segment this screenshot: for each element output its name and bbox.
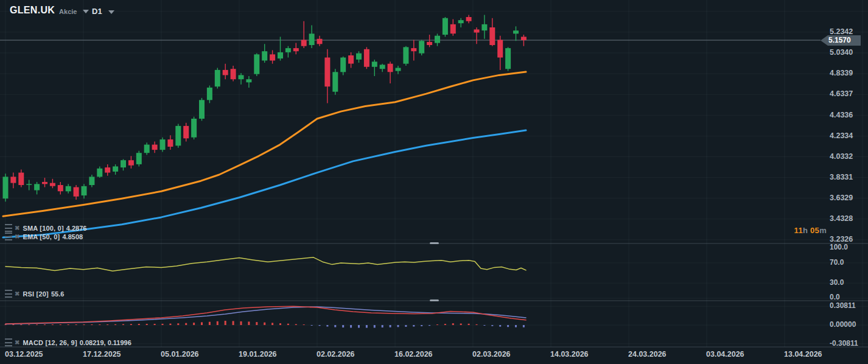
candle-body [262, 51, 267, 60]
chevron-down-icon [83, 10, 89, 13]
macd-histogram-bar [130, 324, 132, 325]
indicator-remove-icon[interactable]: ✖ [15, 340, 19, 346]
indicator-settings-icon[interactable] [5, 338, 12, 346]
price-axis-label: 3.2326 [830, 235, 853, 243]
candle-body [435, 36, 440, 43]
macd-value: 0.08219, 0.11996 [80, 339, 131, 346]
legend-sma: ✖ SMA [100, 0] 4.2876 [5, 224, 86, 232]
candle-body [396, 68, 401, 71]
macd-histogram-bar [233, 321, 234, 325]
rsi-axis-label: 100.0 [830, 243, 848, 251]
macd-histogram-bar [279, 323, 281, 325]
macd-histogram-bar [421, 325, 422, 326]
candle-body [505, 48, 511, 69]
candle-body [403, 47, 408, 63]
macd-histogram-bar [319, 325, 321, 326]
macd-histogram-bar [107, 324, 108, 325]
macd-histogram-bar [390, 325, 391, 327]
candle-body [66, 186, 71, 192]
candle-body [285, 48, 291, 52]
candle-body [356, 54, 362, 60]
macd-histogram-bar [342, 325, 344, 327]
indicator-settings-icon[interactable] [5, 233, 12, 240]
panel-resize-handle[interactable] [430, 242, 439, 244]
rsi-axis-label: 70.0 [830, 258, 844, 267]
macd-histogram-bar [169, 324, 171, 325]
macd-histogram-bar [225, 321, 226, 325]
candle-body [324, 58, 330, 87]
price-axis-label: 4.2334 [830, 131, 853, 140]
macd-histogram-bar [99, 324, 100, 325]
candle-body [58, 185, 63, 191]
macd-histogram-bar [303, 324, 305, 325]
candle-body [82, 186, 87, 195]
macd-histogram-bar [36, 324, 38, 325]
time-axis-label: 03.12.2025 [5, 350, 43, 359]
rsi-label: RSI [20] [23, 290, 49, 298]
indicator-remove-icon[interactable]: ✖ [15, 291, 19, 297]
candle-body [175, 126, 181, 145]
macd-histogram-bar [499, 325, 501, 327]
symbol-selector[interactable]: GLEN.UK Akcie [10, 5, 89, 16]
macd-histogram-bar [138, 324, 140, 325]
macd-histogram-bar [240, 321, 242, 325]
indicator-remove-icon[interactable]: ✖ [15, 234, 19, 240]
candle-body [489, 27, 495, 45]
macd-histogram-bar [83, 324, 85, 325]
candle-body [513, 30, 519, 33]
candle-body [466, 17, 472, 21]
time-axis-label: 05.01.2026 [161, 350, 199, 359]
macd-label: MACD [12, 26, 9] [23, 339, 77, 346]
panel-resize-handle[interactable] [430, 299, 439, 301]
time-axis-label: 24.03.2026 [628, 350, 667, 359]
indicator-remove-icon[interactable]: ✖ [15, 225, 19, 231]
macd-histogram-bar [44, 324, 46, 325]
countdown-minutes: 05 [810, 226, 819, 235]
timeframe-label: D1 [92, 7, 102, 16]
macd-histogram-bar [523, 325, 525, 327]
timeframe-selector[interactable]: D1 [92, 7, 114, 16]
candle-body [239, 75, 244, 79]
time-axis-label: 19.01.2026 [239, 350, 277, 359]
candle-body [301, 40, 307, 46]
candle-body [18, 173, 24, 185]
candle-body [136, 153, 142, 164]
candle-body [144, 145, 150, 153]
candle-body [113, 166, 118, 172]
macd-histogram-bar [334, 325, 336, 327]
sma-value: 4.2876 [66, 225, 87, 232]
macd-histogram-bar [483, 325, 485, 326]
macd-histogram-bar [12, 324, 14, 325]
candle-body [105, 167, 110, 173]
macd-histogram-bar [20, 324, 22, 325]
macd-histogram-bar [217, 321, 219, 325]
candle-body [309, 33, 315, 45]
instrument-type-label: Akcie [59, 8, 77, 15]
price-axis-label: 5.0340 [830, 48, 853, 57]
indicator-settings-icon[interactable] [5, 224, 12, 232]
candle-body [270, 54, 275, 60]
macd-histogram-bar [358, 325, 360, 328]
macd-histogram-bar [201, 322, 203, 325]
candle-body [207, 88, 212, 100]
macd-histogram-bar [177, 323, 179, 325]
candle-body [380, 65, 385, 69]
ema-value: 4.8508 [62, 233, 83, 240]
price-chart-canvas[interactable]: 5.23425.03404.83394.63374.43364.23344.03… [0, 0, 868, 364]
macd-histogram-bar [28, 324, 30, 325]
macd-histogram-bar [185, 323, 187, 325]
macd-histogram-bar [256, 322, 257, 325]
candle-body [74, 187, 79, 197]
candle-body [458, 20, 464, 23]
sma100-line [3, 130, 526, 237]
macd-axis-label: 0.30811 [830, 301, 856, 310]
macd-histogram-bar [91, 324, 93, 325]
rsi-axis-label: 30.0 [830, 278, 844, 287]
macd-histogram-bar [397, 325, 399, 327]
candle-body [128, 160, 134, 166]
macd-histogram-bar [515, 325, 517, 327]
macd-histogram-bar [476, 324, 478, 325]
candle-body [50, 183, 55, 186]
indicator-settings-icon[interactable] [5, 290, 12, 298]
price-axis-label: 3.6329 [830, 194, 853, 202]
